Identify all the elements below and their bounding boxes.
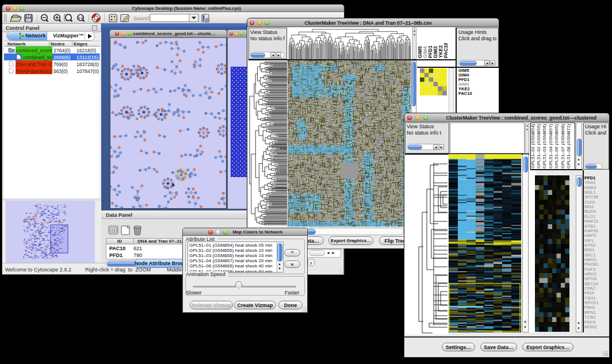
svg-text:GPL51–02 (GSM855): GPL51–02 (GSM855) bbox=[536, 124, 541, 168]
svg-text:PAC10: PAC10 bbox=[443, 43, 449, 58]
svg-text:Search:: Search: bbox=[133, 15, 152, 21]
svg-text:GPL51–04 (GSM857): GPL51–04 (GSM857) bbox=[548, 124, 553, 168]
svg-text:GPL51–06 (GSM865): GPL51–06 (GSM865) bbox=[554, 124, 559, 168]
svg-text:GPL51–08 (GSM872): GPL51–08 (GSM872) bbox=[566, 124, 571, 168]
svg-text:GPL51–01 (GSM854): GPL51–01 (GSM854) bbox=[530, 124, 536, 168]
svg-text:GPL51–07 (GSM868): GPL51–07 (GSM868) bbox=[560, 124, 565, 168]
svg-text:GPL51–03 (GSM856): GPL51–03 (GSM856) bbox=[542, 124, 547, 168]
svg-text:1:1: 1:1 bbox=[78, 16, 83, 20]
